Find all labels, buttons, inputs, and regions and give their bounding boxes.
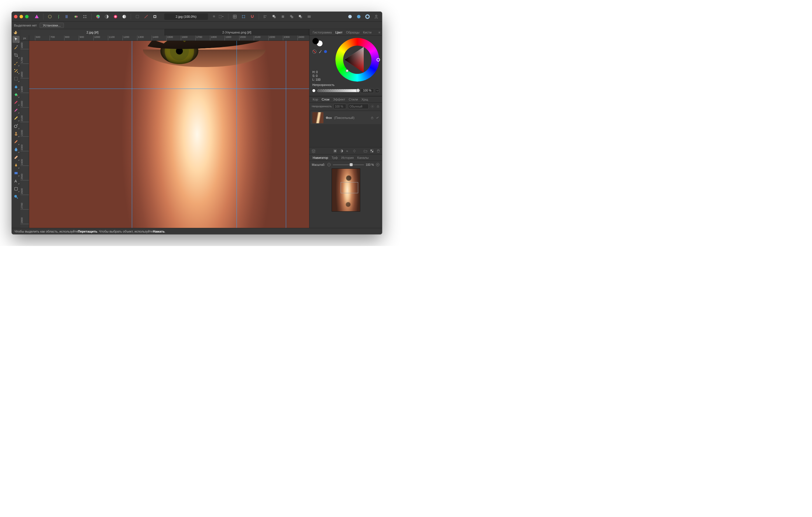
mesh-tool[interactable] xyxy=(12,185,20,192)
softproof-icon[interactable] xyxy=(121,13,128,20)
mask-icon[interactable] xyxy=(333,149,337,153)
arrange-forward-icon[interactable] xyxy=(297,13,304,20)
opacity-value[interactable]: 100 % xyxy=(360,88,374,93)
panel-menu-icon[interactable]: ≡ xyxy=(379,31,380,34)
document-tab[interactable]: 2-Улучшено.png [И] xyxy=(165,29,309,35)
flood-select-tool[interactable] xyxy=(12,83,20,90)
navigator-thumbnail[interactable] xyxy=(331,169,360,212)
channels-split-icon[interactable] xyxy=(94,13,102,20)
assets-icon[interactable] xyxy=(151,13,158,20)
guide-horizontal[interactable] xyxy=(29,89,309,89)
tab-effects[interactable]: Эффект xyxy=(331,98,347,101)
studio-left-icon[interactable] xyxy=(347,13,353,20)
color-wheel-icon[interactable] xyxy=(112,13,119,20)
snap-icon[interactable] xyxy=(249,13,256,20)
pen-tool[interactable] xyxy=(12,162,20,169)
primary-color[interactable] xyxy=(312,38,319,44)
hue-handle[interactable] xyxy=(377,58,380,61)
canvas[interactable] xyxy=(29,41,309,228)
brush-tool[interactable] xyxy=(12,99,20,106)
no-color-icon[interactable] xyxy=(312,50,316,54)
marquee-tool[interactable] xyxy=(12,75,20,82)
lock-icon[interactable] xyxy=(370,116,374,120)
crop-layer-icon[interactable] xyxy=(352,149,356,153)
zoom-window[interactable] xyxy=(25,15,29,18)
tab-color[interactable]: Цвет xyxy=(334,31,344,34)
pencil-tool[interactable] xyxy=(12,115,20,122)
account-icon[interactable] xyxy=(373,13,380,20)
color-wheel[interactable] xyxy=(336,38,379,82)
opacity-knob[interactable] xyxy=(356,89,360,92)
guides-icon[interactable] xyxy=(240,13,247,20)
color-swatches[interactable] xyxy=(312,38,323,47)
grid-icon[interactable] xyxy=(231,13,238,20)
arrange-front-icon[interactable] xyxy=(280,13,286,20)
zoom-out-icon[interactable] xyxy=(327,163,331,167)
presets-button[interactable]: Установки... xyxy=(40,23,64,28)
zoom-knob[interactable] xyxy=(350,163,353,166)
tab-navigator[interactable]: Навигатор xyxy=(311,156,329,159)
fx-brush-tool[interactable] xyxy=(12,67,20,74)
flood-fill-tool[interactable] xyxy=(12,91,20,98)
minimize-window[interactable] xyxy=(20,15,23,18)
persona-develop-icon[interactable] xyxy=(64,13,71,20)
text-tool[interactable]: A xyxy=(12,178,20,184)
opacity-dropdown[interactable] xyxy=(376,88,379,93)
tab-cog[interactable]: Хрщ xyxy=(360,98,370,101)
refine-icon[interactable] xyxy=(143,13,150,20)
crop-tool[interactable] xyxy=(12,52,20,59)
adjustment-icon[interactable] xyxy=(340,149,344,153)
tab-histogram[interactable]: Гистограмма xyxy=(311,31,334,34)
inpaint-tool[interactable] xyxy=(12,107,20,114)
background-selector[interactable] xyxy=(217,13,225,20)
layer-blend-mode[interactable]: Обычный xyxy=(348,104,369,109)
z-order-icon[interactable] xyxy=(271,13,278,20)
ruler-vertical[interactable]: 1600170018001900200021002200230024002500… xyxy=(21,41,29,228)
tab-layers[interactable]: Слои xyxy=(320,98,331,101)
move-tool[interactable] xyxy=(12,36,20,43)
sponge-tool[interactable] xyxy=(12,138,20,145)
tab-swatches[interactable]: Образцы xyxy=(344,31,361,34)
document-tab[interactable]: 2.jpg [И] xyxy=(21,29,165,35)
opacity-slider[interactable] xyxy=(317,89,359,92)
eyedropper-icon[interactable] xyxy=(318,50,322,54)
flip-icon[interactable] xyxy=(306,13,313,20)
tab-brushes[interactable]: Кисти xyxy=(361,31,373,34)
guide-vertical[interactable] xyxy=(286,41,286,228)
heal-tool[interactable] xyxy=(12,154,20,161)
navigator-viewport[interactable] xyxy=(341,182,358,193)
tab-styles[interactable]: Стили xyxy=(347,98,359,101)
layer-opacity-field[interactable]: 100 % xyxy=(334,104,346,109)
ruler-horizontal[interactable]: 6007008009001000110012001300140015001600… xyxy=(29,35,309,41)
visibility-check-icon[interactable] xyxy=(376,116,379,120)
zoom-slider[interactable] xyxy=(333,164,364,165)
tab-channels[interactable]: Каналы xyxy=(356,156,370,159)
add-pixel-layer-icon[interactable] xyxy=(370,149,374,153)
rectangle-tool[interactable] xyxy=(12,170,20,177)
layer-row[interactable]: Фон (Пиксельный) xyxy=(311,111,381,124)
studio-right-icon[interactable] xyxy=(364,13,371,20)
studio-middle-icon[interactable] xyxy=(355,13,362,20)
fx-icon[interactable]: fx xyxy=(346,149,350,153)
layers-stack-icon[interactable] xyxy=(311,149,316,153)
persona-tone-icon[interactable] xyxy=(72,13,80,20)
tab-history[interactable]: История xyxy=(340,156,355,159)
clone-tool[interactable] xyxy=(12,130,20,137)
persona-export-icon[interactable] xyxy=(81,13,88,20)
zoom-tool[interactable] xyxy=(12,193,20,200)
bw-preview-icon[interactable] xyxy=(103,13,110,20)
close-window[interactable] xyxy=(14,15,18,18)
guide-vertical[interactable] xyxy=(236,41,237,228)
blur-tool[interactable] xyxy=(12,146,20,153)
persona-photo-icon[interactable] xyxy=(47,13,53,20)
dodge-tool[interactable] xyxy=(12,122,20,129)
persona-liquify-icon[interactable] xyxy=(55,13,62,20)
gear-icon[interactable] xyxy=(370,104,375,109)
tab-adjustments[interactable]: Кор xyxy=(311,98,320,101)
trash-icon[interactable] xyxy=(376,149,380,153)
sv-handle[interactable] xyxy=(346,69,349,72)
align-left-icon[interactable] xyxy=(262,13,269,20)
folder-icon[interactable] xyxy=(364,149,368,153)
quickmask-icon[interactable] xyxy=(134,13,141,20)
paint-brush-tool[interactable] xyxy=(12,59,20,66)
